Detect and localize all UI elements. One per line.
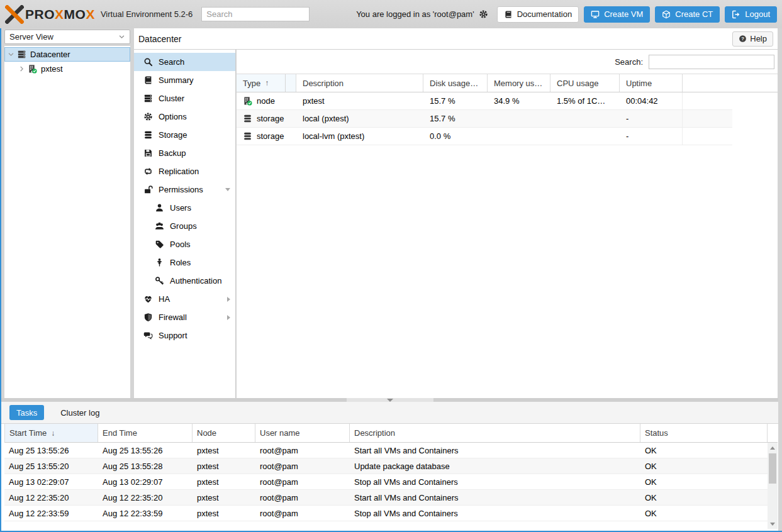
nav-item-replication[interactable]: Replication (134, 162, 235, 180)
datacenter-nav-menu: SearchSummaryClusterOptionsStorageBackup… (134, 50, 236, 398)
user-settings-gear-icon[interactable] (479, 9, 488, 19)
resource-row-local-lvm-pxtest-[interactable]: storagelocal-lvm (pxtest)0.0 %- (237, 128, 732, 145)
cell-description: local-lvm (pxtest) (296, 131, 423, 141)
tag-icon (155, 240, 164, 249)
nav-item-label: Users (170, 203, 191, 213)
task-row[interactable]: Aug 12 22:35:20Aug 12 22:35:20pxtestroot… (4, 490, 768, 506)
logout-button[interactable]: Logout (725, 6, 777, 23)
tree-item-datacenter[interactable]: Datacenter (4, 47, 130, 62)
task-cell-end: Aug 13 02:29:07 (98, 477, 193, 487)
tab-tasks[interactable]: Tasks (9, 405, 44, 420)
nav-item-authentication[interactable]: Authentication (134, 272, 235, 290)
task-cell-status: OK (640, 462, 768, 471)
nav-item-label: Summary (159, 75, 194, 85)
search-content-panel: Search: Type↑DescriptionDisk usage…Memor… (237, 50, 778, 398)
task-cell-end: Aug 25 13:55:26 (98, 446, 193, 455)
help-label: Help (750, 34, 767, 43)
column-header-cpu-usage[interactable]: CPU usage (550, 74, 620, 92)
task-column-header-end-time[interactable]: End Time (98, 424, 193, 442)
help-button[interactable]: ? Help (732, 31, 773, 47)
task-column-header-description[interactable]: Description (350, 424, 640, 442)
column-menu-button[interactable] (285, 74, 296, 92)
task-row[interactable]: Aug 25 13:55:20Aug 25 13:55:28pxtestroot… (4, 458, 768, 474)
documentation-button[interactable]: Documentation (497, 6, 579, 23)
create-ct-button[interactable]: Create CT (655, 6, 720, 23)
task-cell-start: Aug 13 02:29:07 (4, 477, 98, 487)
task-row[interactable]: Aug 25 13:55:26Aug 25 13:55:26pxtestroot… (4, 443, 768, 458)
resource-row-pxtest[interactable]: nodepxtest15.7 %34.9 %1.5% of 1C…00:04:4… (237, 92, 732, 110)
task-cell-description: Start all VMs and Containers (350, 493, 640, 502)
nav-item-firewall[interactable]: Firewall (134, 308, 235, 326)
group-caret-down-icon (225, 188, 230, 191)
nav-item-permissions[interactable]: Permissions (134, 180, 235, 199)
nav-item-users[interactable]: Users (134, 199, 235, 217)
users-icon (155, 221, 164, 231)
nav-item-search[interactable]: Search (134, 53, 235, 71)
logout-label: Logout (745, 9, 770, 19)
scroll-up-arrow[interactable] (768, 443, 778, 452)
view-selector-dropdown[interactable]: Server View (4, 30, 130, 44)
proxmox-logo: PROXMOX (5, 5, 95, 24)
tab-cluster-log[interactable]: Cluster log (53, 405, 106, 420)
nav-item-label: Support (159, 331, 187, 340)
column-header-disk-usage-[interactable]: Disk usage… (423, 74, 488, 92)
nav-item-cluster[interactable]: Cluster (134, 89, 235, 108)
column-header-description[interactable]: Description (296, 74, 423, 92)
nav-item-ha[interactable]: HA (134, 290, 235, 308)
user-icon (155, 203, 164, 213)
global-search-input[interactable] (201, 7, 310, 21)
nav-item-label: Backup (159, 148, 186, 158)
column-header-memory-us-[interactable]: Memory us… (488, 74, 550, 92)
tree-item-label: pxtest (41, 64, 63, 74)
nav-item-roles[interactable]: Roles (134, 253, 235, 272)
view-selector-value: Server View (9, 32, 53, 42)
heartbeat-icon (143, 294, 153, 304)
task-row[interactable]: Aug 12 22:33:59Aug 12 22:33:59pxtestroot… (4, 506, 768, 521)
create-vm-button[interactable]: Create VM (584, 6, 650, 23)
resource-row-local-pxtest-[interactable]: storagelocal (pxtest)15.7 %- (237, 110, 732, 128)
column-header-label: Node (197, 428, 216, 438)
column-header-label: Type (243, 79, 260, 88)
tasks-grid-header: Start Time↓End TimeNodeUser nameDescript… (4, 424, 778, 443)
search-icon (143, 57, 153, 67)
scroll-thumb[interactable] (769, 453, 776, 484)
nav-item-support[interactable]: Support (134, 326, 235, 345)
grid-search-label: Search: (615, 57, 643, 67)
scroll-down-arrow[interactable] (768, 519, 778, 528)
nav-item-storage[interactable]: Storage (134, 126, 235, 144)
resource-grid-body: nodepxtest15.7 %34.9 %1.5% of 1C…00:04:4… (237, 92, 778, 145)
task-column-header-status[interactable]: Status (640, 424, 768, 442)
key-icon (155, 276, 164, 285)
nav-item-groups[interactable]: Groups (134, 217, 235, 235)
cell-text: - (626, 114, 628, 123)
node-icon (28, 64, 37, 74)
left-sidebar: Server View Datacenterpxtest (4, 30, 130, 398)
cell-text: 15.7 % (430, 114, 455, 123)
task-row[interactable]: Aug 13 02:29:07Aug 13 02:29:07pxtestroot… (4, 474, 768, 490)
nav-item-options[interactable]: Options (134, 108, 235, 126)
column-header-uptime[interactable]: Uptime (620, 74, 683, 92)
grid-search-input[interactable] (649, 55, 774, 69)
task-cell-start: Aug 12 22:33:59 (4, 509, 98, 518)
task-cell-start: Aug 25 13:55:26 (4, 446, 98, 455)
chevron-down-icon (118, 33, 125, 40)
tasks-panel: TasksCluster log Start Time↓End TimeNode… (1, 402, 778, 531)
nav-item-backup[interactable]: Backup (134, 144, 235, 162)
task-cell-end: Aug 25 13:55:28 (98, 462, 193, 471)
tree-item-pxtest[interactable]: pxtest (4, 62, 130, 76)
task-column-header-user-name[interactable]: User name (255, 424, 350, 442)
storage-icon (243, 131, 252, 141)
proxmox-x-logo-icon (5, 5, 24, 24)
nav-item-pools[interactable]: Pools (134, 235, 235, 253)
storage-icon (143, 130, 153, 140)
task-column-header-start-time[interactable]: Start Time↓ (4, 424, 98, 442)
task-cell-node: pxtest (193, 446, 255, 455)
chevron-down-icon[interactable] (8, 51, 14, 58)
monitor-icon (591, 10, 600, 19)
task-column-header-node[interactable]: Node (193, 424, 255, 442)
column-header-type[interactable]: Type↑ (237, 74, 296, 92)
nav-item-summary[interactable]: Summary (134, 71, 235, 89)
chevron-right-icon[interactable] (18, 65, 25, 72)
task-cell-user: root@pam (255, 509, 350, 518)
tasks-scrollbar[interactable] (768, 443, 778, 529)
